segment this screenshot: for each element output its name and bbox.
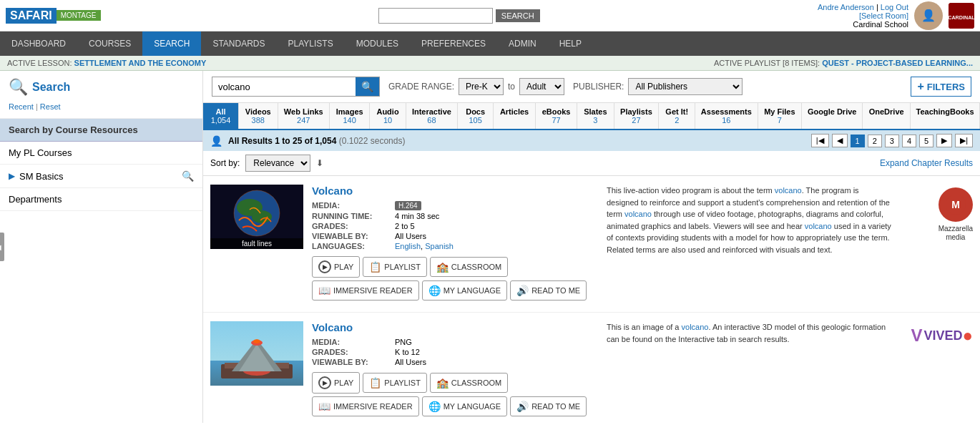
nav-standards[interactable]: STANDARDS xyxy=(201,31,276,56)
page-5[interactable]: 5 xyxy=(919,135,934,147)
read-to-me-button-2[interactable]: 🔊 READ TO ME xyxy=(510,396,587,416)
tab-interactive[interactable]: Interactive 68 xyxy=(406,103,459,129)
tab-articles[interactable]: Articles xyxy=(494,103,536,129)
filters-button[interactable]: + FILTERS xyxy=(911,77,971,97)
results-all-label: All Results 1 to 25 of 1,054 xyxy=(228,136,336,146)
publisher-label: PUBLISHER: xyxy=(573,82,624,92)
immersive-reader-button-2[interactable]: 📖 IMMERSIVE READER xyxy=(312,396,419,416)
immersive-reader-button-1[interactable]: 📖 IMMERSIVE READER xyxy=(312,280,419,301)
top-search-button[interactable]: SEARCH xyxy=(496,9,540,22)
nav-playlists[interactable]: PLAYLISTS xyxy=(277,31,345,56)
grades-value-1: 2 to 5 xyxy=(395,222,598,230)
playlist-icon-2: 📋 xyxy=(369,377,381,389)
main-layout: ◀ 🔍 Search Recent | Reset Search by Cour… xyxy=(0,71,980,423)
read-to-me-button-1[interactable]: 🔊 READ TO ME xyxy=(510,280,587,301)
tab-onedrive[interactable]: OneDrive xyxy=(863,103,911,129)
nav-courses[interactable]: COURSES xyxy=(77,31,142,56)
reset-link[interactable]: Reset xyxy=(40,102,61,111)
lesson-name-link[interactable]: SETTLEMENT AND THE ECONOMY xyxy=(74,59,207,67)
mazzarella-text: Mazzarellamedia xyxy=(939,225,973,242)
logout-link[interactable]: Log Out xyxy=(881,3,908,11)
result-title-2[interactable]: Volcano xyxy=(312,321,598,333)
result-title-1[interactable]: Volcano xyxy=(312,185,598,197)
nav-preferences[interactable]: PREFERENCES xyxy=(410,31,497,56)
playlist-button-2[interactable]: 📋 PLAYLIST xyxy=(363,373,427,393)
page-prev[interactable]: ◀ xyxy=(832,134,848,147)
grade-to-select[interactable]: Pre-KK123456789101112Adult xyxy=(519,78,564,95)
result-thumb-1[interactable]: fault lines xyxy=(210,185,303,249)
tab-audio[interactable]: Audio 10 xyxy=(370,103,406,129)
search-icon-big: 🔍 xyxy=(9,78,28,97)
top-right-area: Andre Anderson | Log Out [Select Room] C… xyxy=(818,1,974,30)
tab-videos[interactable]: Videos 388 xyxy=(239,103,278,129)
recent-link[interactable]: Recent xyxy=(9,102,34,111)
sidebar-toggle[interactable]: ◀ xyxy=(0,233,4,261)
play-button-2[interactable]: ▶ PLAY xyxy=(312,372,360,394)
sidebar-item-my-pl-courses[interactable]: My PL Courses xyxy=(0,142,202,165)
result-info-1: Volcano MEDIA: H.264 RUNNING TIME: 4 min… xyxy=(312,185,598,303)
tab-slates[interactable]: Slates 3 xyxy=(577,103,614,129)
nav-dashboard[interactable]: DASHBOARD xyxy=(0,31,77,56)
sidebar-item-sm-basics[interactable]: ▶ SM Basics 🔍 xyxy=(0,165,202,188)
top-search-area: SEARCH xyxy=(378,8,540,24)
search-section: 🔍 Search Recent | Reset xyxy=(0,71,202,119)
page-next[interactable]: ▶ xyxy=(936,134,952,147)
page-1[interactable]: 1 xyxy=(851,135,865,147)
page-4[interactable]: 4 xyxy=(902,135,916,147)
tab-web-links[interactable]: Web Links 247 xyxy=(278,103,330,129)
expand-chapter-link[interactable]: Expand Chapter Results xyxy=(880,158,973,168)
svg-point-19 xyxy=(253,339,260,343)
nav-admin[interactable]: ADMIN xyxy=(497,31,548,56)
search-submit-button[interactable]: 🔍 xyxy=(356,77,379,96)
result-thumb-2[interactable] xyxy=(210,321,303,386)
sort-bar-left: Sort by: Relevance Title Date ⬇ xyxy=(210,155,323,172)
top-search-input[interactable] xyxy=(378,8,493,24)
action-bar-1: ▶ PLAY 📋 PLAYLIST 🏫 CLASSROOM 📖 IMMERSIV… xyxy=(312,256,598,303)
result-logo-1: M Mazzarellamedia xyxy=(901,185,973,303)
tab-google-drive[interactable]: Google Drive xyxy=(802,103,863,129)
classroom-button-1[interactable]: 🏫 CLASSROOM xyxy=(430,257,508,277)
tab-docs[interactable]: Docs 105 xyxy=(458,103,494,129)
page-2[interactable]: 2 xyxy=(868,135,882,147)
tab-teachingbooks[interactable]: TeachingBooks xyxy=(911,103,980,129)
select-room-link[interactable]: [Select Room] xyxy=(859,11,908,20)
tab-get-it[interactable]: Get It! 2 xyxy=(659,103,695,129)
tab-images[interactable]: Images 140 xyxy=(330,103,371,129)
playlist-name-link[interactable]: QUEST - PROJECT-BASED LEARNING... xyxy=(822,59,973,67)
sort-download-icon[interactable]: ⬇ xyxy=(316,158,323,168)
tab-ebooks[interactable]: eBooks 77 xyxy=(536,103,577,129)
tab-playlists[interactable]: Playlists 27 xyxy=(614,103,660,129)
publisher-select[interactable]: All Publishers xyxy=(628,78,743,95)
sidebar-item-departments[interactable]: Departments xyxy=(0,188,202,211)
nav-modules[interactable]: MODULES xyxy=(345,31,410,56)
page-first[interactable]: |◀ xyxy=(811,134,829,147)
page-last[interactable]: ▶| xyxy=(955,134,973,147)
playlist-button-1[interactable]: 📋 PLAYLIST xyxy=(363,257,427,277)
play-button-1[interactable]: ▶ PLAY xyxy=(312,256,360,278)
sort-select[interactable]: Relevance Title Date xyxy=(245,155,310,172)
search-title: Search xyxy=(32,81,70,94)
tab-assessments[interactable]: Assessments 16 xyxy=(695,103,758,129)
grade-from-select[interactable]: Pre-KK123456789101112Adult xyxy=(459,78,504,95)
classroom-button-2[interactable]: 🏫 CLASSROOM xyxy=(430,373,508,393)
results-header: 👤 All Results 1 to 25 of 1,054 (0.1022 s… xyxy=(203,130,980,151)
thumb-label-1: fault lines xyxy=(210,238,303,249)
user-name-link[interactable]: Andre Anderson xyxy=(818,3,874,11)
tab-all[interactable]: All 1,054 xyxy=(203,103,239,129)
immersive-reader-icon-1: 📖 xyxy=(318,285,330,296)
my-language-button-1[interactable]: 🌐 MY LANGUAGE xyxy=(422,280,508,301)
tab-my-files[interactable]: My Files 7 xyxy=(758,103,803,129)
nav-help[interactable]: HELP xyxy=(548,31,593,56)
search-input[interactable] xyxy=(212,78,356,96)
page-3[interactable]: 3 xyxy=(885,135,899,147)
read-to-me-icon-2: 🔊 xyxy=(516,401,529,412)
nav-search[interactable]: SEARCH xyxy=(142,31,201,56)
mazzarella-logo: M Mazzarellamedia xyxy=(939,187,973,242)
sidebar-search-icon-sm-basics[interactable]: 🔍 xyxy=(182,170,194,182)
sidebar-item-sm-basics-label: SM Basics xyxy=(19,171,63,182)
my-language-button-2[interactable]: 🌐 MY LANGUAGE xyxy=(422,396,508,416)
sort-label: Sort by: xyxy=(210,158,240,168)
grade-range: GRADE RANGE: Pre-KK123456789101112Adult … xyxy=(388,78,564,95)
search-by-course-header: Search by Course Resources xyxy=(0,119,202,142)
user-avatar: 👤 xyxy=(914,1,943,30)
